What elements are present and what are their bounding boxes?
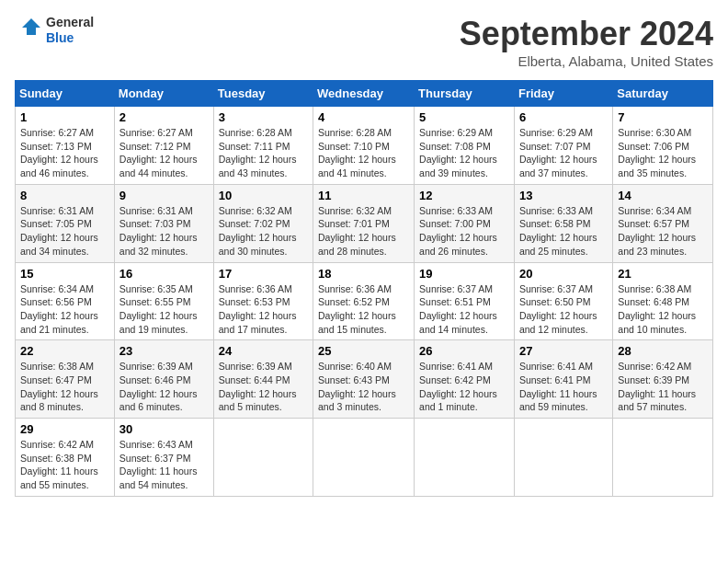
day-info: Sunrise: 6:34 AM Sunset: 6:57 PM Dayligh… — [618, 204, 708, 259]
day-info: Sunrise: 6:32 AM Sunset: 7:02 PM Dayligh… — [219, 204, 308, 259]
page-header: General Blue September 2024 Elberta, Ala… — [15, 15, 713, 69]
col-thursday: Thursday — [415, 81, 515, 107]
day-info: Sunrise: 6:38 AM Sunset: 6:48 PM Dayligh… — [618, 282, 708, 337]
day-number: 28 — [618, 344, 708, 358]
day-info: Sunrise: 6:30 AM Sunset: 7:06 PM Dayligh… — [618, 126, 708, 180]
table-row: 11 Sunrise: 6:32 AM Sunset: 7:01 PM Dayl… — [313, 184, 415, 262]
table-row — [415, 419, 515, 497]
day-number: 11 — [318, 189, 409, 202]
col-wednesday: Wednesday — [313, 81, 415, 107]
day-number: 20 — [519, 267, 608, 281]
table-row: 15 Sunrise: 6:34 AM Sunset: 6:56 PM Dayl… — [16, 262, 115, 340]
day-number: 17 — [219, 267, 308, 281]
table-row: 25 Sunrise: 6:40 AM Sunset: 6:43 PM Dayl… — [313, 340, 415, 419]
day-number: 30 — [119, 422, 209, 436]
day-number: 19 — [419, 267, 509, 281]
table-row: 19 Sunrise: 6:37 AM Sunset: 6:51 PM Dayl… — [415, 262, 515, 340]
day-info: Sunrise: 6:28 AM Sunset: 7:11 PM Dayligh… — [219, 126, 308, 180]
table-row — [613, 419, 713, 497]
day-number: 4 — [318, 110, 409, 124]
day-number: 2 — [119, 110, 209, 124]
table-row — [313, 419, 415, 497]
day-info: Sunrise: 6:28 AM Sunset: 7:10 PM Dayligh… — [318, 126, 409, 180]
day-number: 21 — [618, 267, 708, 281]
location-subtitle: Elberta, Alabama, United States — [460, 53, 713, 69]
table-row: 22 Sunrise: 6:38 AM Sunset: 6:47 PM Dayl… — [16, 340, 115, 419]
table-row: 2 Sunrise: 6:27 AM Sunset: 7:12 PM Dayli… — [114, 107, 213, 185]
day-info: Sunrise: 6:42 AM Sunset: 6:39 PM Dayligh… — [618, 360, 708, 414]
table-row: 1 Sunrise: 6:27 AM Sunset: 7:13 PM Dayli… — [16, 107, 115, 185]
day-info: Sunrise: 6:40 AM Sunset: 6:43 PM Dayligh… — [318, 360, 409, 414]
day-info: Sunrise: 6:36 AM Sunset: 6:52 PM Dayligh… — [318, 282, 409, 337]
day-number: 13 — [519, 189, 608, 202]
day-number: 12 — [419, 189, 509, 202]
day-info: Sunrise: 6:29 AM Sunset: 7:08 PM Dayligh… — [419, 126, 509, 180]
calendar-body: 1 Sunrise: 6:27 AM Sunset: 7:13 PM Dayli… — [16, 107, 713, 497]
table-row: 24 Sunrise: 6:39 AM Sunset: 6:44 PM Dayl… — [213, 340, 313, 419]
table-row: 26 Sunrise: 6:41 AM Sunset: 6:42 PM Dayl… — [415, 340, 515, 419]
day-number: 26 — [419, 344, 509, 358]
day-info: Sunrise: 6:37 AM Sunset: 6:51 PM Dayligh… — [419, 282, 509, 337]
month-title: September 2024 — [460, 15, 713, 53]
day-info: Sunrise: 6:41 AM Sunset: 6:41 PM Dayligh… — [519, 360, 608, 414]
table-row: 21 Sunrise: 6:38 AM Sunset: 6:48 PM Dayl… — [613, 262, 713, 340]
table-row: 7 Sunrise: 6:30 AM Sunset: 7:06 PM Dayli… — [613, 107, 713, 185]
day-info: Sunrise: 6:35 AM Sunset: 6:55 PM Dayligh… — [119, 282, 209, 337]
table-row: 8 Sunrise: 6:31 AM Sunset: 7:05 PM Dayli… — [16, 184, 115, 262]
table-row: 14 Sunrise: 6:34 AM Sunset: 6:57 PM Dayl… — [613, 184, 713, 262]
table-row — [213, 419, 313, 497]
day-info: Sunrise: 6:32 AM Sunset: 7:01 PM Dayligh… — [318, 204, 409, 259]
table-row: 4 Sunrise: 6:28 AM Sunset: 7:10 PM Dayli… — [313, 107, 415, 185]
day-info: Sunrise: 6:37 AM Sunset: 6:50 PM Dayligh… — [519, 282, 608, 337]
col-saturday: Saturday — [613, 81, 713, 107]
table-row: 16 Sunrise: 6:35 AM Sunset: 6:55 PM Dayl… — [114, 262, 213, 340]
table-row: 5 Sunrise: 6:29 AM Sunset: 7:08 PM Dayli… — [415, 107, 515, 185]
day-number: 14 — [618, 189, 708, 202]
day-info: Sunrise: 6:36 AM Sunset: 6:53 PM Dayligh… — [219, 282, 308, 337]
day-info: Sunrise: 6:42 AM Sunset: 6:38 PM Dayligh… — [20, 438, 109, 492]
day-info: Sunrise: 6:39 AM Sunset: 6:46 PM Dayligh… — [119, 360, 209, 414]
table-row: 17 Sunrise: 6:36 AM Sunset: 6:53 PM Dayl… — [213, 262, 313, 340]
day-info: Sunrise: 6:39 AM Sunset: 6:44 PM Dayligh… — [219, 360, 308, 414]
day-number: 18 — [318, 267, 409, 281]
day-info: Sunrise: 6:27 AM Sunset: 7:12 PM Dayligh… — [119, 126, 209, 180]
day-info: Sunrise: 6:29 AM Sunset: 7:07 PM Dayligh… — [519, 126, 608, 180]
table-row — [514, 419, 612, 497]
logo-svg — [15, 17, 42, 44]
day-number: 10 — [219, 189, 308, 202]
day-info: Sunrise: 6:34 AM Sunset: 6:56 PM Dayligh… — [20, 282, 109, 337]
day-number: 1 — [20, 110, 109, 124]
day-number: 6 — [519, 110, 608, 124]
calendar-header: Sunday Monday Tuesday Wednesday Thursday… — [16, 81, 713, 107]
day-number: 16 — [119, 267, 209, 281]
day-info: Sunrise: 6:33 AM Sunset: 7:00 PM Dayligh… — [419, 204, 509, 259]
title-area: September 2024 Elberta, Alabama, United … — [460, 15, 713, 69]
day-info: Sunrise: 6:31 AM Sunset: 7:03 PM Dayligh… — [119, 204, 209, 259]
day-number: 24 — [219, 344, 308, 358]
logo-text-blue: Blue — [46, 30, 94, 46]
logo-text-general: General — [46, 15, 94, 30]
svg-marker-0 — [22, 18, 40, 35]
table-row: 20 Sunrise: 6:37 AM Sunset: 6:50 PM Dayl… — [514, 262, 612, 340]
table-row: 12 Sunrise: 6:33 AM Sunset: 7:00 PM Dayl… — [415, 184, 515, 262]
day-info: Sunrise: 6:38 AM Sunset: 6:47 PM Dayligh… — [20, 360, 109, 414]
day-number: 29 — [20, 422, 109, 436]
day-number: 22 — [20, 344, 109, 358]
day-number: 3 — [219, 110, 308, 124]
table-row: 28 Sunrise: 6:42 AM Sunset: 6:39 PM Dayl… — [613, 340, 713, 419]
logo: General Blue — [15, 15, 94, 46]
day-number: 25 — [318, 344, 409, 358]
table-row: 27 Sunrise: 6:41 AM Sunset: 6:41 PM Dayl… — [514, 340, 612, 419]
table-row: 23 Sunrise: 6:39 AM Sunset: 6:46 PM Dayl… — [114, 340, 213, 419]
table-row: 18 Sunrise: 6:36 AM Sunset: 6:52 PM Dayl… — [313, 262, 415, 340]
day-number: 9 — [119, 189, 209, 202]
col-tuesday: Tuesday — [213, 81, 313, 107]
day-number: 7 — [618, 110, 708, 124]
day-number: 8 — [20, 189, 109, 202]
table-row: 9 Sunrise: 6:31 AM Sunset: 7:03 PM Dayli… — [114, 184, 213, 262]
day-info: Sunrise: 6:33 AM Sunset: 6:58 PM Dayligh… — [519, 204, 608, 259]
day-info: Sunrise: 6:41 AM Sunset: 6:42 PM Dayligh… — [419, 360, 509, 414]
table-row: 29 Sunrise: 6:42 AM Sunset: 6:38 PM Dayl… — [16, 419, 115, 497]
day-number: 27 — [519, 344, 608, 358]
day-number: 5 — [419, 110, 509, 124]
